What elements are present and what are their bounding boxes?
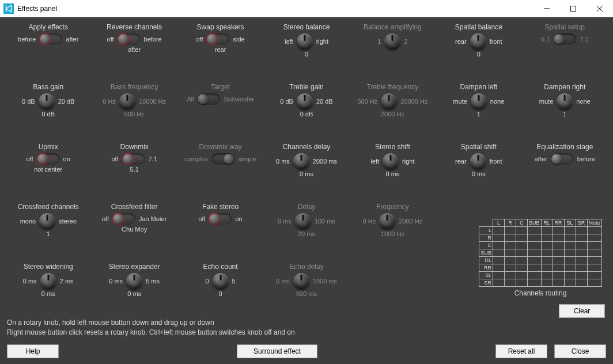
routing-cell[interactable]	[553, 264, 564, 272]
toggle[interactable]	[551, 153, 574, 165]
routing-cell[interactable]	[553, 257, 564, 264]
knob[interactable]	[293, 153, 309, 169]
knob[interactable]	[383, 153, 399, 169]
toggle[interactable]	[37, 153, 60, 165]
reset-all-button[interactable]: Reset all	[495, 344, 547, 358]
routing-cell[interactable]	[587, 257, 601, 264]
routing-cell[interactable]	[541, 264, 553, 272]
close-button[interactable]: Close	[554, 344, 606, 358]
routing-cell[interactable]	[493, 257, 504, 264]
routing-cell[interactable]	[504, 279, 516, 287]
clear-button[interactable]: Clear	[559, 304, 605, 318]
routing-cell[interactable]	[493, 279, 504, 287]
routing-cell[interactable]	[587, 234, 601, 242]
routing-cell[interactable]	[504, 272, 516, 279]
routing-cell[interactable]	[576, 227, 587, 234]
routing-cell[interactable]	[493, 249, 504, 257]
routing-cell[interactable]	[493, 272, 504, 279]
routing-cell[interactable]	[576, 242, 587, 249]
routing-cell[interactable]	[516, 234, 527, 242]
knob[interactable]	[39, 213, 55, 229]
routing-cell[interactable]	[587, 227, 601, 234]
routing-cell[interactable]	[516, 272, 527, 279]
knob[interactable]	[126, 273, 142, 289]
routing-cell[interactable]	[541, 272, 553, 279]
routing-cell[interactable]	[541, 249, 553, 257]
routing-cell[interactable]	[553, 249, 564, 257]
routing-cell[interactable]	[587, 264, 601, 272]
knob[interactable]	[471, 93, 487, 109]
routing-cell[interactable]	[527, 257, 541, 264]
routing-cell[interactable]	[527, 242, 541, 249]
knob[interactable]	[470, 33, 486, 50]
maximize-button[interactable]	[560, 0, 586, 17]
toggle[interactable]	[206, 33, 229, 45]
routing-cell[interactable]	[576, 249, 587, 257]
routing-cell[interactable]	[504, 257, 516, 264]
routing-cell[interactable]	[516, 257, 527, 264]
routing-cell[interactable]	[553, 234, 564, 242]
toggle[interactable]	[112, 213, 135, 225]
routing-cell[interactable]	[516, 242, 527, 249]
routing-cell[interactable]	[504, 242, 516, 249]
routing-cell[interactable]	[527, 279, 541, 287]
routing-cell[interactable]	[564, 249, 576, 257]
minimize-button[interactable]	[533, 0, 560, 17]
routing-cell[interactable]	[504, 227, 516, 234]
surround-effect-button[interactable]: Surround effect	[237, 344, 317, 358]
routing-cell[interactable]	[587, 279, 601, 287]
routing-cell[interactable]	[541, 257, 553, 264]
routing-cell[interactable]	[541, 279, 553, 287]
routing-cell[interactable]	[576, 279, 587, 287]
routing-cell[interactable]	[553, 242, 564, 249]
routing-cell[interactable]	[576, 272, 587, 279]
close-window-button[interactable]	[586, 0, 613, 17]
routing-cell[interactable]	[527, 264, 541, 272]
routing-cell[interactable]	[587, 272, 601, 279]
routing-cell[interactable]	[564, 272, 576, 279]
routing-cell[interactable]	[564, 234, 576, 242]
routing-cell[interactable]	[587, 249, 601, 257]
routing-cell[interactable]	[527, 234, 541, 242]
routing-cell[interactable]	[516, 264, 527, 272]
routing-cell[interactable]	[576, 264, 587, 272]
routing-cell[interactable]	[493, 234, 504, 242]
routing-cell[interactable]	[564, 279, 576, 287]
routing-cell[interactable]	[541, 234, 553, 242]
routing-cell[interactable]	[516, 279, 527, 287]
knob[interactable]	[40, 273, 56, 289]
routing-cell[interactable]	[493, 242, 504, 249]
routing-cell[interactable]	[493, 264, 504, 272]
routing-table[interactable]: LRCSUBRLRRSLSRMuteLRCSUBRLRRSLSR	[479, 219, 601, 287]
help-button[interactable]: Help	[7, 344, 59, 358]
knob[interactable]	[213, 273, 229, 289]
routing-cell[interactable]	[541, 227, 553, 234]
routing-cell[interactable]	[516, 249, 527, 257]
routing-cell[interactable]	[576, 234, 587, 242]
toggle[interactable]	[122, 153, 145, 165]
toggle[interactable]	[209, 213, 232, 225]
toggle[interactable]	[118, 33, 141, 45]
routing-cell[interactable]	[493, 227, 504, 234]
routing-cell[interactable]	[527, 272, 541, 279]
routing-cell[interactable]	[576, 257, 587, 264]
routing-cell[interactable]	[504, 249, 516, 257]
toggle[interactable]	[39, 33, 62, 45]
routing-cell[interactable]	[564, 242, 576, 249]
routing-cell[interactable]	[564, 227, 576, 234]
knob[interactable]	[470, 153, 486, 169]
knob[interactable]	[297, 33, 313, 50]
routing-cell[interactable]	[564, 257, 576, 264]
routing-cell[interactable]	[527, 249, 541, 257]
routing-cell[interactable]	[553, 272, 564, 279]
routing-cell[interactable]	[504, 264, 516, 272]
routing-cell[interactable]	[553, 279, 564, 287]
routing-cell[interactable]	[504, 234, 516, 242]
routing-cell[interactable]	[516, 227, 527, 234]
routing-cell[interactable]	[527, 227, 541, 234]
knob[interactable]	[39, 93, 55, 109]
routing-cell[interactable]	[564, 264, 576, 272]
knob[interactable]	[297, 93, 313, 109]
routing-cell[interactable]	[553, 227, 564, 234]
routing-cell[interactable]	[541, 242, 553, 249]
